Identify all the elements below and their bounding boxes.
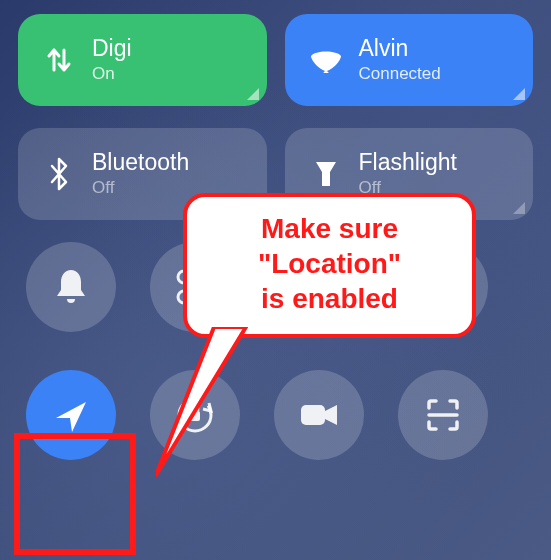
tile-mobile-data[interactable]: Digi On: [18, 14, 267, 106]
svg-rect-5: [301, 405, 325, 425]
tile-status: On: [92, 64, 132, 84]
annotation-highlight-box: [14, 433, 136, 555]
tile-status: Connected: [359, 64, 441, 84]
tile-status: Off: [92, 178, 189, 198]
bell-icon: [51, 266, 91, 308]
callout-line: "Location": [205, 246, 454, 281]
annotation-callout: Make sure "Location" is enabled: [183, 193, 476, 338]
toggle-dnd[interactable]: [26, 242, 116, 332]
toggle-screen-record[interactable]: [274, 370, 364, 460]
location-arrow-icon: [50, 394, 92, 436]
flashlight-icon: [305, 153, 347, 195]
callout-line: Make sure: [205, 211, 454, 246]
tile-wifi[interactable]: Alvin Connected: [285, 14, 534, 106]
expand-corner-icon: [513, 88, 525, 100]
tile-title: Bluetooth: [92, 150, 189, 175]
svg-rect-4: [190, 411, 200, 421]
video-camera-icon: [297, 399, 341, 431]
tile-title: Digi: [92, 36, 132, 61]
tile-title: Flashlight: [359, 150, 457, 175]
expand-corner-icon: [513, 202, 525, 214]
tile-title: Alvin: [359, 36, 441, 61]
wifi-icon: [305, 39, 347, 81]
mobile-data-icon: [38, 39, 80, 81]
callout-line: is enabled: [205, 281, 454, 316]
bluetooth-icon: [38, 153, 80, 195]
toggle-scanner[interactable]: [398, 370, 488, 460]
toggle-rotation-lock[interactable]: [150, 370, 240, 460]
scan-icon: [423, 395, 463, 435]
expand-corner-icon: [247, 88, 259, 100]
rotation-lock-icon: [173, 393, 217, 437]
